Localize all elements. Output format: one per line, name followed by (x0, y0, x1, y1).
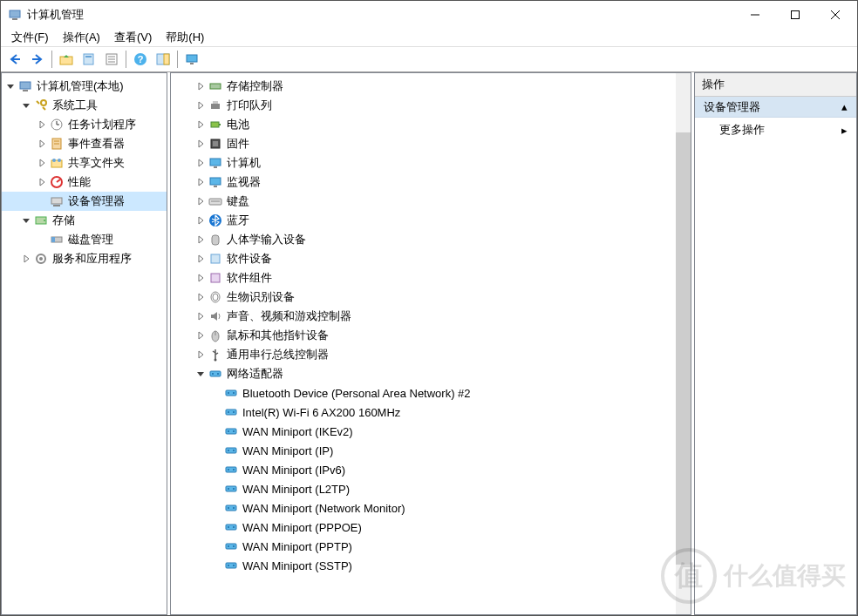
page-icon (82, 52, 96, 66)
tree-node[interactable]: 任务计划程序 (2, 115, 167, 134)
tree-node[interactable]: 蓝牙 (192, 211, 691, 230)
toolbar-back-button[interactable] (4, 49, 25, 70)
expander-closed-icon[interactable] (194, 290, 208, 304)
tree-node[interactable]: 事件查看器 (2, 134, 167, 153)
svg-rect-89 (233, 526, 235, 528)
tree-node[interactable]: Bluetooth Device (Personal Area Network)… (192, 383, 691, 403)
toolbar-monitor-button[interactable] (181, 49, 202, 70)
expander-closed-icon[interactable] (194, 348, 208, 362)
menu-1[interactable]: 操作(A) (56, 29, 107, 46)
expander-closed-icon[interactable] (194, 233, 208, 247)
expander-closed-icon[interactable] (194, 137, 208, 151)
tree-node[interactable]: 通用串行总线控制器 (192, 345, 691, 364)
tree-node[interactable]: 打印队列 (192, 96, 691, 115)
expander-closed-icon[interactable] (35, 137, 49, 151)
maximize-button[interactable] (775, 2, 815, 28)
scrollbar-track[interactable] (676, 73, 691, 614)
tree-node[interactable]: 生物识别设备 (192, 288, 691, 307)
expander-open-icon[interactable] (19, 98, 33, 112)
svg-point-59 (213, 294, 218, 301)
expander-open-icon[interactable] (194, 367, 208, 381)
toolbar-properties-button[interactable] (78, 49, 99, 70)
actions-section[interactable]: 设备管理器 ▴ (695, 97, 856, 118)
scrollbar-thumb[interactable] (676, 132, 691, 565)
tree-node[interactable]: WAN Miniport (PPTP) (192, 537, 691, 556)
expander-closed-icon[interactable] (194, 79, 208, 93)
tree-node[interactable]: 人体学输入设备 (192, 230, 691, 249)
actions-more[interactable]: 更多操作 ▸ (695, 118, 856, 142)
toolbar-list-button[interactable] (101, 49, 122, 70)
toolbar-view-button[interactable] (153, 49, 174, 70)
tree-node[interactable]: 设备管理器 (2, 192, 167, 211)
tree-node[interactable]: 固件 (192, 134, 691, 153)
tree-node[interactable]: WAN Miniport (SSTP) (192, 556, 691, 575)
network-icon (223, 462, 239, 477)
expander-closed-icon[interactable] (194, 309, 208, 323)
tree-node-label: 设备管理器 (68, 193, 125, 209)
tree-node[interactable]: 软件组件 (192, 268, 691, 288)
bluetooth-icon (208, 213, 223, 228)
left-pane[interactable]: 计算机管理(本地)系统工具任务计划程序事件查看器共享文件夹性能设备管理器存储磁盘… (1, 72, 167, 615)
expander-closed-icon[interactable] (35, 156, 49, 170)
monitor-icon (185, 52, 199, 66)
tree-node[interactable]: WAN Miniport (L2TP) (192, 479, 691, 498)
tree-node-label: 网络适配器 (227, 366, 283, 382)
tree-node[interactable]: 声音、视频和游戏控制器 (192, 307, 691, 326)
expander-closed-icon[interactable] (194, 118, 208, 132)
expander-closed-icon[interactable] (35, 118, 49, 132)
expander-closed-icon[interactable] (35, 175, 49, 189)
expander-closed-icon[interactable] (194, 252, 208, 266)
svg-point-36 (44, 220, 45, 221)
tree-node[interactable]: 存储控制器 (192, 77, 691, 96)
toolbar-up-button[interactable] (56, 49, 77, 70)
expander-closed-icon[interactable] (194, 328, 208, 342)
tree-node[interactable]: 监视器 (192, 173, 691, 192)
tree-node[interactable]: WAN Miniport (IKEv2) (192, 422, 691, 441)
tree-node-label: 软件组件 (227, 270, 272, 286)
svg-rect-64 (212, 373, 214, 375)
tree-node-label: WAN Miniport (IP) (242, 444, 333, 457)
tree-node[interactable]: 鼠标和其他指针设备 (192, 326, 691, 345)
tree-node[interactable]: 键盘 (192, 192, 691, 211)
tree-node[interactable]: 磁盘管理 (2, 230, 167, 249)
toolbar-forward-button[interactable] (27, 49, 48, 70)
arrow-right-icon (31, 53, 44, 65)
tree-node[interactable]: 共享文件夹 (2, 153, 167, 173)
tree-node[interactable]: WAN Miniport (PPPOE) (192, 518, 691, 537)
expander-open-icon[interactable] (3, 79, 17, 93)
svg-rect-82 (228, 488, 229, 490)
tree-node[interactable]: 性能 (2, 173, 167, 192)
menubar: 文件(F)操作(A)查看(V)帮助(H) (1, 28, 857, 46)
expander-closed-icon[interactable] (194, 194, 208, 208)
expander-closed-icon[interactable] (194, 156, 208, 170)
tree-node[interactable]: 计算机 (192, 153, 691, 173)
tree-node[interactable]: Intel(R) Wi-Fi 6 AX200 160MHz (192, 403, 691, 422)
svg-rect-77 (233, 450, 235, 451)
menu-0[interactable]: 文件(F) (4, 29, 56, 46)
expander-open-icon[interactable] (19, 213, 33, 227)
expander-closed-icon[interactable] (194, 175, 208, 189)
tree-node[interactable]: 网络适配器 (192, 364, 691, 383)
tree-node[interactable]: 电池 (192, 115, 691, 134)
tree-node[interactable]: 服务和应用程序 (2, 249, 167, 268)
expander-closed-icon[interactable] (194, 213, 208, 227)
tree-node[interactable]: WAN Miniport (IPv6) (192, 460, 691, 479)
svg-rect-55 (212, 235, 219, 245)
tree-node[interactable]: 软件设备 (192, 249, 691, 268)
tree-node[interactable]: 存储 (2, 211, 167, 230)
minimize-button[interactable] (735, 2, 775, 28)
close-button[interactable] (815, 2, 855, 28)
left-tree: 计算机管理(本地)系统工具任务计划程序事件查看器共享文件夹性能设备管理器存储磁盘… (2, 73, 167, 272)
expander-closed-icon[interactable] (194, 271, 208, 285)
keyboard-icon (208, 193, 223, 209)
menu-2[interactable]: 查看(V) (107, 29, 159, 46)
tree-node[interactable]: WAN Miniport (Network Monitor) (192, 498, 691, 518)
tree-node[interactable]: 系统工具 (2, 96, 167, 115)
expander-closed-icon[interactable] (194, 98, 208, 112)
tree-node[interactable]: 计算机管理(本地) (2, 77, 167, 96)
expander-closed-icon[interactable] (19, 252, 33, 266)
center-pane[interactable]: 存储控制器打印队列电池固件计算机监视器键盘蓝牙人体学输入设备软件设备软件组件生物… (170, 72, 691, 615)
menu-3[interactable]: 帮助(H) (159, 29, 211, 46)
tree-node[interactable]: WAN Miniport (IP) (192, 441, 691, 460)
toolbar-help-button[interactable]: ? (130, 49, 151, 70)
